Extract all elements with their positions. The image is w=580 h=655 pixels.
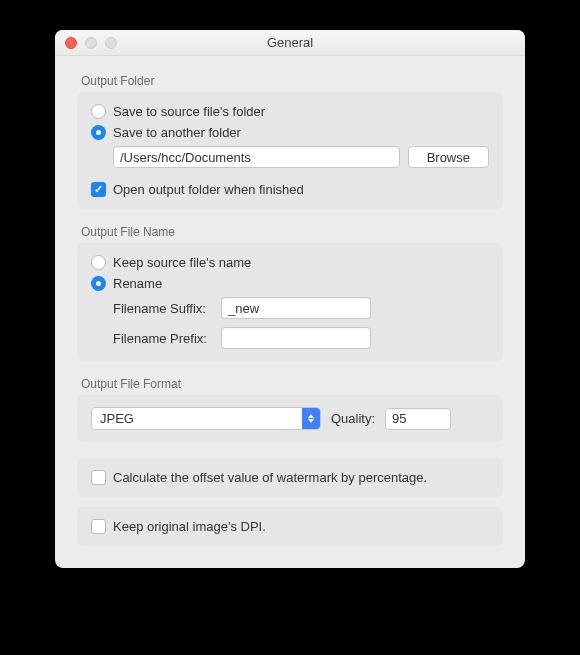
checkbox-open-when-finished[interactable]	[91, 182, 106, 197]
radio-save-to-source[interactable]	[91, 104, 106, 119]
save-to-another-row[interactable]: Save to another folder	[91, 125, 489, 140]
save-to-another-label: Save to another folder	[113, 125, 241, 140]
folder-path-input[interactable]	[113, 146, 400, 168]
save-to-source-label: Save to source file's folder	[113, 104, 265, 119]
close-icon[interactable]	[65, 37, 77, 49]
open-when-finished-label: Open output folder when finished	[113, 182, 304, 197]
offset-percent-label: Calculate the offset value of watermark …	[113, 470, 427, 485]
keep-source-name-label: Keep source file's name	[113, 255, 251, 270]
prefix-input[interactable]	[221, 327, 371, 349]
preferences-window: General Output Folder Save to source fil…	[55, 30, 525, 568]
rename-row[interactable]: Rename	[91, 276, 489, 291]
quality-input[interactable]	[385, 408, 451, 430]
window-title: General	[55, 35, 525, 50]
radio-save-to-another[interactable]	[91, 125, 106, 140]
output-folder-group: Save to source file's folder Save to ano…	[77, 92, 503, 209]
keep-source-name-row[interactable]: Keep source file's name	[91, 255, 489, 270]
checkbox-keep-dpi[interactable]	[91, 519, 106, 534]
open-when-finished-row[interactable]: Open output folder when finished	[91, 182, 489, 197]
output-filename-label: Output File Name	[81, 225, 503, 239]
output-folder-label: Output Folder	[81, 74, 503, 88]
zoom-icon	[105, 37, 117, 49]
radio-rename[interactable]	[91, 276, 106, 291]
checkbox-offset-percent[interactable]	[91, 470, 106, 485]
minimize-icon	[85, 37, 97, 49]
keep-dpi-label: Keep original image's DPI.	[113, 519, 266, 534]
suffix-input[interactable]	[221, 297, 371, 319]
prefix-label: Filename Prefix:	[113, 331, 221, 346]
offset-percent-group[interactable]: Calculate the offset value of watermark …	[77, 458, 503, 497]
keep-dpi-group[interactable]: Keep original image's DPI.	[77, 507, 503, 546]
window-controls	[55, 37, 117, 49]
format-value: JPEG	[100, 411, 134, 426]
chevron-up-down-icon	[302, 408, 320, 429]
output-format-label: Output File Format	[81, 377, 503, 391]
output-filename-group: Keep source file's name Rename Filename …	[77, 243, 503, 361]
format-select[interactable]: JPEG	[91, 407, 321, 430]
radio-keep-source-name[interactable]	[91, 255, 106, 270]
suffix-label: Filename Suffix:	[113, 301, 221, 316]
titlebar: General	[55, 30, 525, 56]
quality-label: Quality:	[331, 411, 375, 426]
browse-button[interactable]: Browse	[408, 146, 489, 168]
content: Output Folder Save to source file's fold…	[55, 56, 525, 568]
rename-label: Rename	[113, 276, 162, 291]
save-to-source-row[interactable]: Save to source file's folder	[91, 104, 489, 119]
output-format-group: JPEG Quality:	[77, 395, 503, 442]
